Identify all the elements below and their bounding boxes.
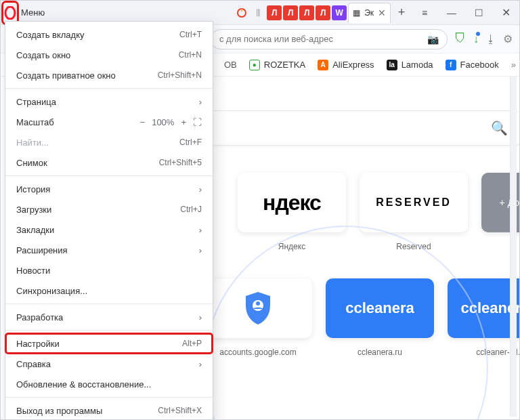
- tile-ccleaner-all[interactable]: ccleaner-all ccleaner-all.ru: [448, 278, 519, 357]
- opera-main-menu: Создать вкладку Ctrl+T Создать окно Ctrl…: [5, 21, 213, 420]
- tile-google-accounts[interactable]: accounts.google.com: [204, 278, 312, 357]
- tab-l-1[interactable]: Л: [267, 5, 282, 20]
- tab-l-2[interactable]: Л: [283, 5, 298, 20]
- menu-extensions-label: Расширения: [16, 245, 68, 255]
- menu-separator: [5, 330, 213, 331]
- menu-find-shortcut: Ctrl+F: [179, 138, 202, 147]
- opera-menu-button[interactable]: [3, 3, 17, 23]
- tile-yandex[interactable]: ндекс Яндекс: [238, 173, 346, 251]
- tile-yandex-caption: Яндекс: [278, 242, 305, 251]
- tab-w[interactable]: W: [332, 5, 347, 20]
- menu-zoom[interactable]: Масштаб − 100% + ⛶: [5, 112, 213, 132]
- menu-page[interactable]: Страница ›: [5, 91, 213, 112]
- facebook-icon: f: [446, 60, 456, 70]
- chevron-right-icon: ›: [199, 97, 202, 107]
- tab-ccleaner-icon[interactable]: [234, 5, 249, 20]
- chevron-right-icon: ›: [199, 184, 202, 194]
- address-input[interactable]: [219, 34, 427, 44]
- search-icon: 🔍: [491, 120, 508, 136]
- shield-icon[interactable]: ⛉: [454, 32, 467, 46]
- chevron-right-icon: ›: [199, 225, 202, 235]
- window-close-button[interactable]: ✕: [492, 1, 519, 25]
- menu-help[interactable]: Справка ›: [5, 354, 213, 374]
- menu-new-window-shortcut: Ctrl+N: [179, 50, 202, 60]
- window-controls: ≡ — ☐ ✕: [411, 1, 519, 24]
- menu-new-private-label: Создать приватное окно: [16, 70, 116, 81]
- menu-bookmarks[interactable]: Закладки ›: [5, 219, 213, 240]
- menu-new-private[interactable]: Создать приватное окно Ctrl+Shift+N: [5, 65, 213, 85]
- downloads-icon[interactable]: ↓: [473, 33, 479, 45]
- menu-sync-label: Синхронизация...: [16, 286, 87, 296]
- tile-reserved-text: RESERVED: [376, 196, 452, 209]
- tab-strip: ⦀ Л Л Л Л W ▦ Эк ✕ +: [234, 1, 411, 24]
- active-tab[interactable]: ▦ Эк ✕: [348, 3, 391, 23]
- chevron-right-icon: ›: [199, 312, 202, 322]
- menu-exit[interactable]: Выход из программы Ctrl+Shift+X: [5, 400, 213, 420]
- tile-yandex-text: ндекс: [263, 190, 321, 215]
- menu-news-label: Новости: [16, 266, 50, 276]
- maximize-button[interactable]: ☐: [465, 1, 492, 25]
- tab-l-3[interactable]: Л: [299, 5, 314, 20]
- camera-icon[interactable]: 📷: [427, 34, 439, 45]
- easy-setup-icon[interactable]: ⚙: [503, 33, 513, 45]
- zoom-out-button[interactable]: −: [140, 117, 146, 127]
- menu-find[interactable]: Найти... Ctrl+F: [5, 132, 213, 152]
- bm-aliexpress[interactable]: A AliExpress: [318, 60, 374, 70]
- menu-settings-shortcut: Alt+P: [182, 339, 202, 348]
- menu-snapshot-label: Снимок: [16, 158, 47, 168]
- menu-exit-label: Выход из программы: [16, 406, 102, 416]
- menu-label: Меню: [21, 7, 45, 18]
- menu-new-tab-label: Создать вкладку: [16, 30, 85, 40]
- bm-lamoda-label: Lamoda: [402, 60, 433, 70]
- bm-overflow-chevron-icon[interactable]: »: [511, 60, 516, 70]
- menu-news[interactable]: Новости: [5, 260, 213, 280]
- svg-point-3: [256, 301, 260, 306]
- lamoda-icon: la: [387, 60, 397, 70]
- bm-facebook[interactable]: f Facebook: [446, 60, 499, 70]
- menu-zoom-label: Масштаб: [16, 117, 54, 127]
- menu-settings-label: Настройки: [16, 339, 60, 349]
- menu-new-window[interactable]: Создать окно Ctrl+N: [5, 45, 213, 65]
- tile-ccleanera[interactable]: ccleanera ccleanera.ru: [326, 278, 434, 357]
- chevron-right-icon: ›: [199, 359, 202, 369]
- fullscreen-icon[interactable]: ⛶: [193, 117, 202, 127]
- menu-new-private-shortcut: Ctrl+Shift+N: [158, 70, 202, 80]
- tile-google-caption: accounts.google.com: [219, 348, 296, 357]
- tile-ccla-caption: ccleanera.ru: [358, 348, 402, 357]
- menu-downloads[interactable]: Загрузки Ctrl+J: [5, 199, 213, 219]
- menu-separator: [5, 175, 213, 176]
- menu-update[interactable]: Обновление & восстановление...: [5, 374, 213, 394]
- menu-history-label: История: [16, 184, 50, 194]
- address-field-wrap[interactable]: 📷: [211, 29, 448, 49]
- menu-history[interactable]: История ›: [5, 179, 213, 199]
- menu-snapshot-shortcut: Ctrl+Shift+5: [159, 158, 202, 167]
- tile-reserved-caption: Reserved: [396, 242, 431, 251]
- bm-lamoda[interactable]: la Lamoda: [387, 60, 433, 70]
- save-page-icon[interactable]: ⭳: [485, 33, 496, 45]
- aliexpress-icon: A: [318, 60, 328, 70]
- menu-extensions[interactable]: Расширения ›: [5, 240, 213, 260]
- scrollbar[interactable]: [510, 77, 517, 417]
- bm-aliexpress-label: AliExpress: [332, 60, 374, 70]
- menu-new-tab-shortcut: Ctrl+T: [179, 30, 202, 39]
- tab-collapsed-icon[interactable]: ⦀: [251, 5, 265, 20]
- menu-dev[interactable]: Разработка ›: [5, 307, 213, 327]
- menu-separator: [5, 88, 213, 89]
- menu-sync[interactable]: Синхронизация...: [5, 280, 213, 301]
- tab-l-4[interactable]: Л: [316, 5, 330, 20]
- bm-facebook-label: Facebook: [460, 60, 499, 70]
- menu-exit-shortcut: Ctrl+Shift+X: [158, 406, 202, 415]
- tile-reserved[interactable]: RESERVED Reserved: [360, 173, 468, 251]
- menu-settings[interactable]: Настройки Alt+P: [5, 333, 213, 354]
- chevron-right-icon: ›: [199, 245, 202, 255]
- menu-new-tab[interactable]: Создать вкладку Ctrl+T: [5, 24, 213, 45]
- tabs-overview-button[interactable]: ≡: [411, 1, 438, 25]
- minimize-button[interactable]: —: [438, 1, 465, 25]
- bm-rozetka[interactable]: ● ROZETKA: [249, 60, 305, 70]
- zoom-in-button[interactable]: +: [181, 117, 186, 127]
- tab-close-button[interactable]: ✕: [378, 7, 386, 18]
- menu-downloads-label: Загрузки: [16, 205, 51, 215]
- new-tab-button[interactable]: +: [392, 5, 411, 20]
- menu-snapshot[interactable]: Снимок Ctrl+Shift+5: [5, 152, 213, 173]
- menu-dev-label: Разработка: [16, 312, 63, 322]
